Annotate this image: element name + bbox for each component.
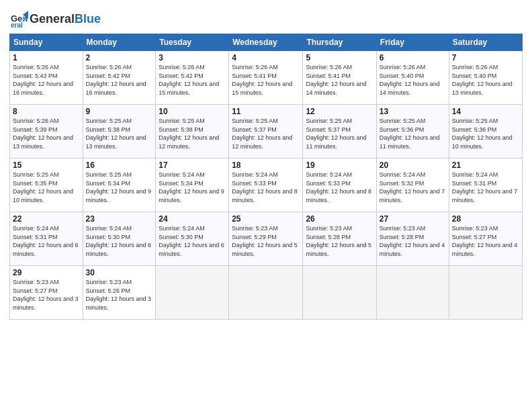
day-info: Sunrise: 5:23 AM Sunset: 5:26 PM Dayligh… [86,278,153,312]
sunrise-label: Sunrise: 5:24 AM [306,171,352,178]
logo-general: General [30,12,75,26]
day-cell: 30 Sunrise: 5:23 AM Sunset: 5:26 PM Dayl… [83,266,156,320]
day-number: 18 [232,161,300,170]
sunrise-label: Sunrise: 5:25 AM [452,118,498,124]
daylight-label: Daylight: 12 hours and 12 minutes. [232,134,292,150]
sunrise-label: Sunrise: 5:24 AM [159,171,205,178]
sunset-label: Sunset: 5:37 PM [232,126,277,133]
day-cell: 21 Sunrise: 5:24 AM Sunset: 5:31 PM Dayl… [449,158,522,212]
sunset-label: Sunset: 5:36 PM [452,126,497,133]
day-cell: 14 Sunrise: 5:25 AM Sunset: 5:36 PM Dayl… [449,105,522,158]
day-info: Sunrise: 5:23 AM Sunset: 5:27 PM Dayligh… [452,224,519,258]
day-info: Sunrise: 5:26 AM Sunset: 5:39 PM Dayligh… [13,117,80,150]
day-number: 4 [232,53,300,62]
day-cell: 6 Sunrise: 5:26 AM Sunset: 5:40 PM Dayli… [376,51,449,105]
svg-text:eral: eral [11,21,23,28]
sunset-label: Sunset: 5:27 PM [13,287,58,294]
sunset-label: Sunset: 5:28 PM [306,234,351,240]
sunrise-label: Sunrise: 5:24 AM [232,171,278,178]
day-cell: 29 Sunrise: 5:23 AM Sunset: 5:27 PM Dayl… [10,266,83,320]
day-cell: 12 Sunrise: 5:25 AM Sunset: 5:37 PM Dayl… [303,105,376,158]
day-cell: 18 Sunrise: 5:24 AM Sunset: 5:33 PM Dayl… [229,158,303,212]
sunset-label: Sunset: 5:33 PM [232,180,277,187]
day-info: Sunrise: 5:23 AM Sunset: 5:27 PM Dayligh… [13,278,80,312]
sunrise-label: Sunrise: 5:26 AM [13,118,59,124]
daylight-label: Daylight: 12 hours and 4 minutes. [380,242,445,257]
calendar-week-row: 1 Sunrise: 5:26 AM Sunset: 5:43 PM Dayli… [10,51,523,105]
sunset-label: Sunset: 5:28 PM [380,234,425,240]
sunrise-label: Sunrise: 5:24 AM [159,225,205,232]
day-info: Sunrise: 5:23 AM Sunset: 5:28 PM Dayligh… [380,224,446,258]
day-info: Sunrise: 5:25 AM Sunset: 5:37 PM Dayligh… [306,117,373,150]
day-info: Sunrise: 5:26 AM Sunset: 5:41 PM Dayligh… [232,63,300,97]
day-cell: 7 Sunrise: 5:26 AM Sunset: 5:40 PM Dayli… [449,51,522,105]
day-number: 27 [380,214,446,224]
day-info: Sunrise: 5:24 AM Sunset: 5:33 PM Dayligh… [306,171,373,204]
daylight-label: Daylight: 12 hours and 6 minutes. [159,242,224,257]
daylight-label: Daylight: 12 hours and 5 minutes. [306,242,371,257]
sunrise-label: Sunrise: 5:25 AM [306,118,352,124]
sunset-label: Sunset: 5:42 PM [86,73,131,79]
sunrise-label: Sunrise: 5:25 AM [232,118,278,124]
sunset-label: Sunset: 5:29 PM [232,234,277,240]
daylight-label: Daylight: 12 hours and 6 minutes. [86,242,152,257]
sunset-label: Sunset: 5:43 PM [13,73,58,79]
day-cell: 11 Sunrise: 5:25 AM Sunset: 5:37 PM Dayl… [229,105,303,158]
sunset-label: Sunset: 5:31 PM [13,234,58,240]
sunset-label: Sunset: 5:34 PM [159,180,204,187]
daylight-label: Daylight: 12 hours and 7 minutes. [380,188,445,203]
sunrise-label: Sunrise: 5:26 AM [380,64,426,71]
sunrise-label: Sunrise: 5:25 AM [13,171,59,178]
logo-text: GeneralBlue [30,13,101,25]
day-number: 13 [380,107,446,116]
daylight-label: Daylight: 12 hours and 7 minutes. [452,188,518,203]
day-number: 22 [13,214,80,224]
daylight-label: Daylight: 12 hours and 16 minutes. [86,81,146,96]
day-number: 25 [232,214,300,224]
day-info: Sunrise: 5:24 AM Sunset: 5:33 PM Dayligh… [232,171,300,204]
day-info: Sunrise: 5:26 AM Sunset: 5:40 PM Dayligh… [452,63,519,97]
day-number: 16 [86,161,153,170]
day-info: Sunrise: 5:25 AM Sunset: 5:36 PM Dayligh… [452,117,519,150]
day-number: 8 [13,107,80,116]
day-info: Sunrise: 5:24 AM Sunset: 5:32 PM Dayligh… [380,171,446,204]
day-cell: 24 Sunrise: 5:24 AM Sunset: 5:30 PM Dayl… [156,212,229,266]
day-number: 24 [159,214,226,224]
day-number: 12 [306,107,373,116]
day-number: 15 [13,161,80,170]
sunrise-label: Sunrise: 5:25 AM [86,171,132,178]
daylight-label: Daylight: 12 hours and 14 minutes. [380,81,440,96]
sunrise-label: Sunrise: 5:25 AM [159,118,205,124]
col-sunday: Sunday [10,34,83,51]
daylight-label: Daylight: 12 hours and 14 minutes. [306,81,366,96]
col-thursday: Thursday [303,34,376,51]
sunrise-label: Sunrise: 5:23 AM [232,225,278,232]
day-cell: 10 Sunrise: 5:25 AM Sunset: 5:38 PM Dayl… [156,105,229,158]
day-cell: 8 Sunrise: 5:26 AM Sunset: 5:39 PM Dayli… [10,105,83,158]
sunset-label: Sunset: 5:36 PM [380,126,425,133]
empty-day-cell [229,266,303,320]
sunrise-label: Sunrise: 5:24 AM [452,171,498,178]
sunrise-label: Sunrise: 5:23 AM [380,225,426,232]
day-cell: 27 Sunrise: 5:23 AM Sunset: 5:28 PM Dayl… [376,212,449,266]
daylight-label: Daylight: 12 hours and 12 minutes. [159,134,219,150]
sunset-label: Sunset: 5:34 PM [86,180,131,187]
calendar-week-row: 15 Sunrise: 5:25 AM Sunset: 5:35 PM Dayl… [10,158,523,212]
sunrise-label: Sunrise: 5:25 AM [86,118,132,124]
day-number: 17 [159,161,226,170]
day-number: 30 [86,268,153,277]
calendar-week-row: 8 Sunrise: 5:26 AM Sunset: 5:39 PM Dayli… [10,105,523,158]
sunrise-label: Sunrise: 5:26 AM [86,64,132,71]
day-number: 19 [306,161,373,170]
day-info: Sunrise: 5:26 AM Sunset: 5:43 PM Dayligh… [13,63,80,97]
day-cell: 19 Sunrise: 5:24 AM Sunset: 5:33 PM Dayl… [303,158,376,212]
daylight-label: Daylight: 12 hours and 11 minutes. [306,134,366,150]
day-cell: 20 Sunrise: 5:24 AM Sunset: 5:32 PM Dayl… [376,158,449,212]
daylight-label: Daylight: 12 hours and 3 minutes. [13,295,79,311]
day-number: 14 [452,107,519,116]
day-number: 10 [159,107,226,116]
page-container: Gen eral GeneralBlue Sunday Monday Tuesd… [0,0,532,411]
daylight-label: Daylight: 12 hours and 4 minutes. [452,242,518,257]
daylight-label: Daylight: 12 hours and 5 minutes. [232,242,298,257]
sunrise-label: Sunrise: 5:24 AM [13,225,59,232]
